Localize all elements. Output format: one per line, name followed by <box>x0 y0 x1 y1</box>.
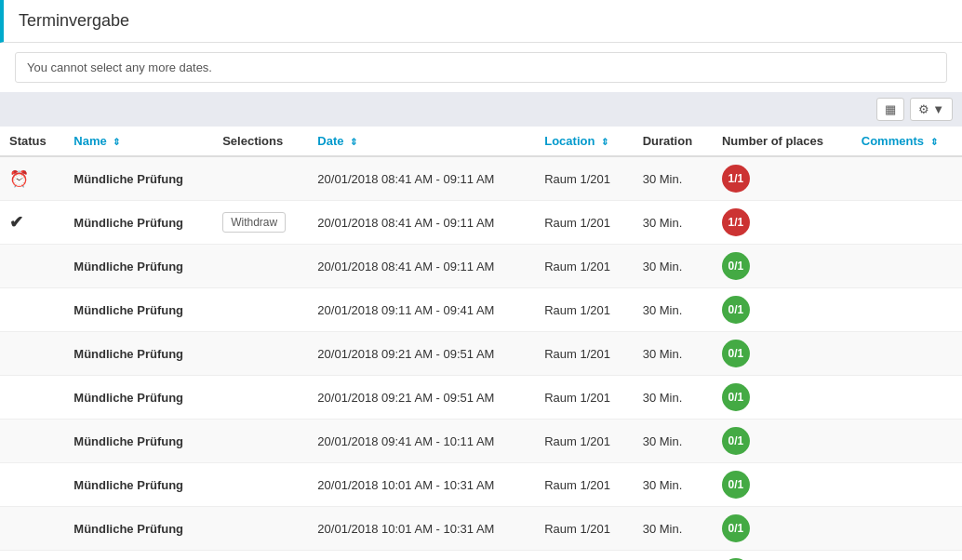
cell-status: ✔ <box>0 201 64 245</box>
col-date[interactable]: Date ⇕ <box>308 127 535 156</box>
cell-comments <box>852 420 962 463</box>
name-sort-icon: ⇕ <box>113 137 120 147</box>
cell-places: 1/1 <box>713 201 852 245</box>
cell-comments <box>852 507 962 551</box>
cell-selections <box>213 332 308 376</box>
alert-message: You cannot select any more dates. <box>15 52 947 83</box>
location-sort-icon: ⇕ <box>601 137 608 147</box>
cell-date: 20/01/2018 09:41 AM - 10:11 AM <box>308 420 535 463</box>
cell-location: Raum 1/201 <box>535 376 633 420</box>
page-title-bar: Terminvergabe <box>0 0 962 43</box>
cell-date: 20/01/2018 10:01 AM - 10:31 AM <box>308 463 535 507</box>
cell-places: 0/1 <box>713 332 852 376</box>
cell-places: 0/1 <box>713 288 852 332</box>
cell-comments <box>852 288 962 332</box>
cell-location: Raum 1/201 <box>535 201 633 245</box>
cell-places: 0/1 <box>713 420 852 463</box>
cell-status <box>0 288 64 332</box>
cell-places: 0/1 <box>713 507 852 551</box>
cell-duration: 30 Min. <box>634 507 713 551</box>
cell-location: Raum 1/201 <box>535 507 633 551</box>
cell-date: 20/01/2018 09:11 AM - 09:41 AM <box>308 288 535 332</box>
table-row: Mündliche Prüfung20/01/2018 08:41 AM - 0… <box>0 245 962 288</box>
export-button[interactable]: ▦ <box>876 98 904 121</box>
col-comments[interactable]: Comments ⇕ <box>852 127 962 156</box>
cell-name: Mündliche Prüfung <box>64 551 213 561</box>
cell-duration: 30 Min. <box>634 156 713 201</box>
cell-date: 20/01/2018 09:21 AM - 09:51 AM <box>308 376 535 420</box>
comments-sort-icon: ⇕ <box>930 137 938 147</box>
cell-location: Raum 1/201 <box>535 288 633 332</box>
cell-selections <box>213 463 308 507</box>
cell-date: 20/01/2018 08:41 AM - 09:11 AM <box>308 201 535 245</box>
cell-name: Mündliche Prüfung <box>64 463 213 507</box>
cell-location: Raum 1/201 <box>535 245 633 288</box>
col-duration: Duration <box>634 127 713 156</box>
cell-places: 0/1 <box>713 376 852 420</box>
table-row: Mündliche Prüfung20/01/2018 09:11 AM - 0… <box>0 288 962 332</box>
cell-duration: 30 Min. <box>634 332 713 376</box>
cell-comments <box>852 463 962 507</box>
cell-date: 20/01/2018 09:21 AM - 09:51 AM <box>308 332 535 376</box>
cell-location: Raum 1/201 <box>535 332 633 376</box>
table-row: Mündliche Prüfung20/01/2018 09:21 AM - 0… <box>0 332 962 376</box>
cell-duration: 30 Min. <box>634 376 713 420</box>
cell-duration: 30 Min. <box>634 420 713 463</box>
date-sort-icon: ⇕ <box>350 137 357 147</box>
cell-location: Raum 1/201 <box>535 551 633 561</box>
cell-places: 0/1 <box>713 463 852 507</box>
cell-status: ⏰ <box>0 156 64 201</box>
cell-places: 0/1 <box>713 245 852 288</box>
cell-duration: 30 Min. <box>634 551 713 561</box>
table-row: Mündliche Prüfung20/01/2018 10:11 AM - 1… <box>0 551 962 561</box>
cell-name: Mündliche Prüfung <box>64 376 213 420</box>
places-badge: 0/1 <box>722 383 750 411</box>
cell-comments <box>852 201 962 245</box>
cell-name: Mündliche Prüfung <box>64 201 213 245</box>
cell-date: 20/01/2018 08:41 AM - 09:11 AM <box>308 245 535 288</box>
cell-places: 0/1 <box>713 551 852 561</box>
cell-location: Raum 1/201 <box>535 156 633 201</box>
appointments-table: Status Name ⇕ Selections Date ⇕ Location… <box>0 127 962 560</box>
cell-selections <box>213 507 308 551</box>
cell-selections[interactable]: Withdraw <box>213 201 308 245</box>
col-name[interactable]: Name ⇕ <box>64 127 213 156</box>
places-badge: 0/1 <box>722 427 750 455</box>
cell-date: 20/01/2018 08:41 AM - 09:11 AM <box>308 156 535 201</box>
cell-location: Raum 1/201 <box>535 463 633 507</box>
col-status: Status <box>0 127 64 156</box>
cell-comments <box>852 156 962 201</box>
cell-selections <box>213 376 308 420</box>
places-badge: 0/1 <box>722 340 750 367</box>
col-places: Number of places <box>713 127 852 156</box>
table-row: ✔Mündliche PrüfungWithdraw20/01/2018 08:… <box>0 201 962 245</box>
cell-name: Mündliche Prüfung <box>64 288 213 332</box>
table-row: ⏰Mündliche Prüfung20/01/2018 08:41 AM - … <box>0 156 962 201</box>
places-badge: 0/1 <box>722 296 750 324</box>
cell-comments <box>852 332 962 376</box>
settings-icon: ⚙ <box>918 102 929 116</box>
table-row: Mündliche Prüfung20/01/2018 09:41 AM - 1… <box>0 420 962 463</box>
cell-status <box>0 463 64 507</box>
cell-selections <box>213 245 308 288</box>
cell-selections <box>213 551 308 561</box>
col-selections: Selections <box>213 127 308 156</box>
cell-name: Mündliche Prüfung <box>64 420 213 463</box>
cell-selections <box>213 156 308 201</box>
cell-duration: 30 Min. <box>634 201 713 245</box>
places-badge: 0/1 <box>722 252 750 280</box>
withdraw-button[interactable]: Withdraw <box>222 212 286 233</box>
cell-status <box>0 551 64 561</box>
cell-status <box>0 420 64 463</box>
table-header-row: Status Name ⇕ Selections Date ⇕ Location… <box>0 127 962 156</box>
places-badge: 1/1 <box>722 208 750 236</box>
cell-name: Mündliche Prüfung <box>64 507 213 551</box>
export-icon: ▦ <box>885 102 896 116</box>
cell-status <box>0 376 64 420</box>
cell-status <box>0 245 64 288</box>
places-badge: 0/1 <box>722 471 750 499</box>
col-location[interactable]: Location ⇕ <box>535 127 633 156</box>
cell-date: 20/01/2018 10:11 AM - 10:41 AM <box>308 551 535 561</box>
cell-name: Mündliche Prüfung <box>64 332 213 376</box>
settings-button[interactable]: ⚙ ▼ <box>910 98 953 121</box>
